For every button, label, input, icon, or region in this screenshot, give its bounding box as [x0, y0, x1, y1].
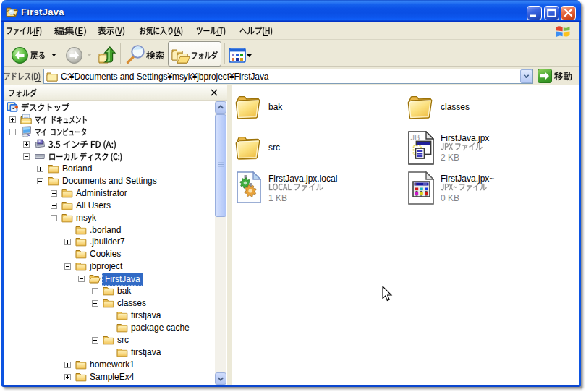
svg-text:JB: JB — [411, 133, 420, 142]
